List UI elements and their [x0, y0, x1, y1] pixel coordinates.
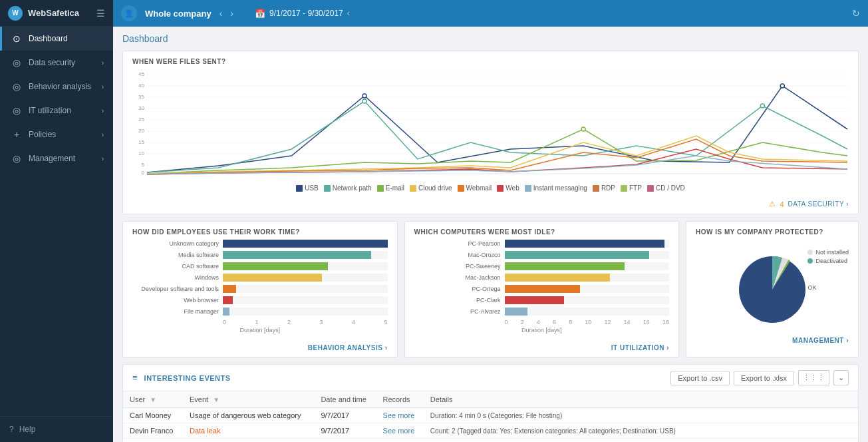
- legend-ok: OK: [807, 284, 849, 291]
- management-link[interactable]: MANAGEMENT ›: [686, 333, 858, 349]
- bar-label: PC-Clark: [414, 297, 501, 304]
- company-name: Whole company: [145, 9, 212, 19]
- svg-text:15: 15: [138, 139, 144, 145]
- it-utilization-link[interactable]: IT UTILIZATION ›: [405, 340, 679, 357]
- date-range-label: 9/1/2017 - 9/30/2017: [269, 9, 343, 18]
- legend-network: Network path: [324, 184, 372, 192]
- person-icon: 👤: [121, 5, 137, 21]
- idle-title: WHICH COMPUTERS WERE MOST IDLE?: [405, 222, 679, 240]
- cell-event: Usage of dangerous web category: [183, 408, 314, 423]
- bar-label: CAD software: [132, 263, 219, 270]
- files-sent-card: WHEN WERE FILES SENT? 45 40 35 30 25 20 …: [122, 51, 859, 214]
- cell-details: Count: 5 (Tagged data: Yes; Extension ca…: [424, 439, 858, 443]
- legend-label: Cloud drive: [418, 184, 452, 192]
- sidebar-item-management[interactable]: ◎ Management ›: [0, 146, 113, 170]
- content-area: Dashboard WHEN WERE FILES SENT? 45 40 35…: [113, 27, 868, 442]
- prev-company-button[interactable]: ‹: [219, 8, 223, 19]
- bar-label: Mac-Orozco: [414, 252, 501, 258]
- bar-row-cad: CAD software: [132, 262, 388, 270]
- events-table: User ▼ Event ▼ Date and time Records Det…: [123, 391, 858, 442]
- cell-date: 9/7/2017: [314, 408, 376, 423]
- legend-label: Instant messaging: [533, 184, 587, 192]
- policies-icon: +: [11, 129, 22, 140]
- cell-details: Duration: 4 min 0 s (Categories: File ho…: [424, 408, 858, 423]
- legend-label: E-mail: [386, 184, 404, 192]
- behavior-analysis-link[interactable]: BEHAVIOR ANALYSIS ›: [123, 340, 397, 357]
- pie-chart-svg: [729, 246, 815, 333]
- sidebar-item-behavior-analysis[interactable]: ◎ Behavior analysis ›: [0, 75, 113, 99]
- legend-dot: [593, 185, 599, 192]
- calendar-icon: 📅: [255, 9, 265, 19]
- refresh-icon[interactable]: ↻: [852, 8, 860, 19]
- cell-date: 9/7/2017: [314, 439, 376, 443]
- export-csv-button[interactable]: Export to .csv: [670, 371, 730, 385]
- svg-text:35: 35: [138, 94, 144, 100]
- events-title: INTERESTING EVENTS: [144, 374, 231, 382]
- protection-title: HOW IS MY COMPANY PROTECTED?: [686, 222, 858, 240]
- help-item[interactable]: ? Help: [0, 416, 113, 442]
- sidebar-item-dashboard[interactable]: ⊙ Dashboard: [0, 27, 113, 51]
- bar-label: Developer software and tools: [132, 286, 219, 292]
- sidebar-item-policies[interactable]: + Policies ›: [0, 122, 113, 146]
- hamburger-icon[interactable]: ☰: [96, 8, 105, 19]
- bar-axis: 012345: [132, 319, 388, 326]
- legend-dot: [377, 185, 384, 192]
- export-xlsx-button[interactable]: Export to .xlsx: [734, 371, 794, 385]
- bar-axis: 024681012141618: [414, 319, 670, 326]
- svg-text:40: 40: [138, 83, 144, 89]
- date-range: 📅 9/1/2017 - 9/30/2017 ‹: [255, 9, 350, 19]
- sidebar-item-label: Dashboard: [29, 34, 68, 43]
- sidebar: W WebSafetica ☰ ⊙ Dashboard ◎ Data secur…: [0, 0, 113, 442]
- cell-event: Data leak: [183, 423, 314, 439]
- bar-label: PC-Alvarez: [414, 308, 501, 315]
- bar-fill: [223, 308, 229, 316]
- work-time-chart-area: Unknown category Media software CAD soft…: [123, 240, 397, 340]
- legend-label: Web: [506, 184, 519, 192]
- bar-label: File manager: [132, 308, 219, 315]
- data-security-link[interactable]: DATA SECURITY ›: [788, 200, 849, 208]
- events-table-container: User ▼ Event ▼ Date and time Records Det…: [123, 391, 858, 442]
- bar-row-file: File manager: [132, 308, 388, 316]
- behavior-icon: ◎: [11, 81, 22, 92]
- cell-event: Data leak: [183, 439, 314, 443]
- files-sent-title: WHEN WERE FILES SENT?: [123, 51, 858, 69]
- svg-point-23: [760, 104, 764, 108]
- col-records: Records: [376, 391, 424, 408]
- bar-fill: [505, 274, 610, 282]
- bar-row-dev: Developer software and tools: [132, 285, 388, 293]
- bar-row-windows: Windows: [132, 274, 388, 282]
- sidebar-nav: ⊙ Dashboard ◎ Data security › ◎ Behavior…: [0, 27, 113, 416]
- chevron-right-icon: ›: [102, 83, 104, 91]
- bar-fill: [505, 285, 581, 293]
- columns-icon-button[interactable]: ⋮⋮⋮: [798, 370, 829, 385]
- pie-area: Not installed Deactivated OK: [686, 240, 858, 333]
- legend-ftp: FTP: [621, 184, 642, 192]
- bar-fill: [223, 262, 328, 270]
- expand-icon-button[interactable]: ⌄: [833, 370, 849, 385]
- legend-dot: [410, 185, 416, 192]
- bar-track: [505, 240, 670, 248]
- legend-dot: [324, 185, 331, 192]
- bar-track: [505, 296, 670, 304]
- col-user: User ▼: [123, 391, 183, 408]
- legend-not-installed: Not installed: [807, 249, 849, 256]
- sidebar-item-data-security[interactable]: ◎ Data security ›: [0, 51, 113, 75]
- legend-label: Network path: [333, 184, 372, 192]
- bar-fill: [505, 296, 564, 304]
- date-arrow-icon[interactable]: ‹: [347, 9, 350, 18]
- sidebar-item-it-utilization[interactable]: ◎ IT utilization ›: [0, 99, 113, 122]
- work-time-title: HOW DID EMPLOYEES USE THEIR WORK TIME?: [123, 222, 397, 240]
- line-chart-svg: 45 40 35 30 25 20 15 10 5 0: [132, 69, 849, 176]
- idle-computers-card: WHICH COMPUTERS WERE MOST IDLE? PC-Pears…: [404, 221, 680, 357]
- col-details: Details: [424, 391, 858, 408]
- bar-label: PC-Sweeney: [414, 263, 501, 270]
- bar-label: PC-Ortega: [414, 286, 501, 292]
- col-event: Event ▼: [183, 391, 314, 408]
- next-company-button[interactable]: ›: [230, 8, 233, 19]
- filter-icon[interactable]: ▼: [213, 396, 219, 403]
- bar-fill: [505, 308, 528, 316]
- svg-text:0: 0: [142, 170, 145, 176]
- pie-legend: Not installed Deactivated OK: [807, 249, 849, 291]
- filter-icon[interactable]: ▼: [150, 396, 156, 403]
- table-row: Carl Mooney Data leak 9/7/2017 See more …: [123, 439, 858, 443]
